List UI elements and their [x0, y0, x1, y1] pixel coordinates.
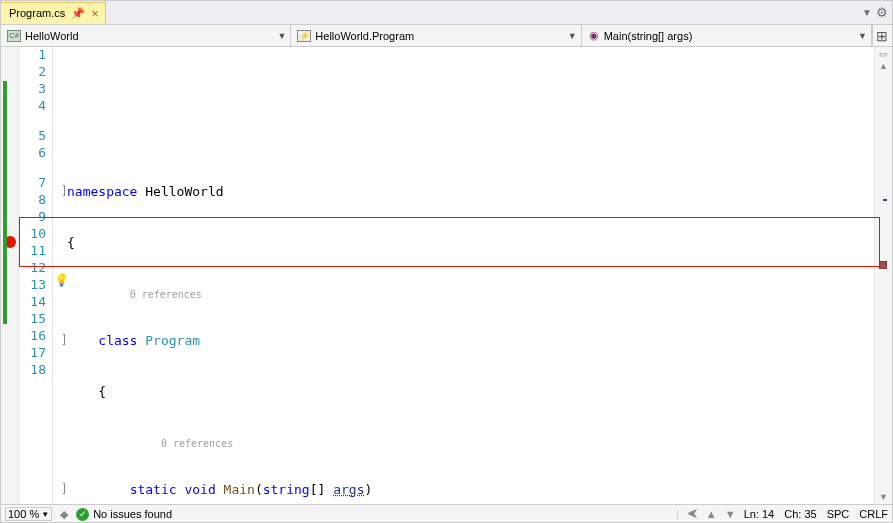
code-line — [63, 81, 874, 98]
nav-type-dropdown[interactable]: ⚡ HelloWorld.Program ▼ — [291, 25, 581, 46]
outline-collapse-icon[interactable]: − — [63, 185, 65, 196]
code-line: − static void Main(string[] args) — [63, 481, 874, 498]
zoom-selector[interactable]: 100 % ▼ — [5, 507, 52, 521]
nav-type-label: HelloWorld.Program — [315, 30, 414, 42]
nav-divider: | — [676, 508, 679, 520]
nav-down-icon[interactable]: ▼ — [725, 508, 736, 520]
nav-project-label: HelloWorld — [25, 30, 79, 42]
split-icon[interactable]: ▭ — [879, 49, 888, 59]
code-line: { — [63, 383, 874, 400]
status-line[interactable]: Ln: 14 — [744, 508, 775, 520]
change-marker — [3, 111, 7, 158]
line-number: 2 — [19, 64, 46, 81]
code-editor[interactable]: 1 2 3 4 5 6 7 8 9 10 11 12 13 14 15 16 1… — [1, 47, 892, 504]
split-editor-button[interactable]: ⊞ — [872, 25, 892, 46]
line-number: 7 — [19, 175, 46, 192]
line-number: 11 — [19, 243, 46, 260]
scroll-marker — [883, 199, 887, 201]
line-number: 16 — [19, 328, 46, 345]
nav-project-dropdown[interactable]: C# HelloWorld ▼ — [1, 25, 291, 46]
chevron-down-icon: ▼ — [568, 31, 577, 41]
line-number: 5 — [19, 128, 46, 145]
pin-icon[interactable]: 📌 — [71, 7, 85, 20]
outline-collapse-icon[interactable]: − — [63, 483, 65, 494]
code-line: − class Program — [63, 332, 874, 349]
nav-method-label: Main(string[] args) — [604, 30, 693, 42]
codelens-references[interactable]: 0 references — [161, 438, 233, 449]
method-icon: ◉ — [588, 30, 600, 42]
scroll-down-icon[interactable]: ▼ — [879, 492, 888, 502]
outline-collapse-icon[interactable]: − — [63, 334, 65, 345]
code-line — [63, 132, 874, 149]
marker-gutter: 💡 — [53, 47, 63, 504]
issues-label: No issues found — [93, 508, 172, 520]
code-line: 0 references — [63, 285, 874, 298]
tab-dropdown-icon[interactable]: ▼ — [862, 7, 872, 18]
status-spaces[interactable]: SPC — [827, 508, 850, 520]
close-icon[interactable]: × — [91, 6, 99, 21]
status-lineending[interactable]: CRLF — [859, 508, 888, 520]
change-marker — [3, 158, 7, 290]
line-number: 10 — [19, 226, 46, 243]
line-number: 14 — [19, 294, 46, 311]
line-number: 13 — [19, 277, 46, 294]
gear-icon[interactable]: ⚙ — [876, 5, 888, 20]
tab-bar: Program.cs 📌 × ▼ ⚙ — [1, 1, 892, 25]
line-number: 9 — [19, 209, 46, 226]
change-marker — [3, 81, 7, 111]
scroll-breakpoint-marker — [879, 261, 887, 269]
nav-method-dropdown[interactable]: ◉ Main(string[] args) ▼ — [582, 25, 872, 46]
codelens-references[interactable]: 0 references — [130, 289, 202, 300]
code-line: 0 references — [63, 434, 874, 447]
line-number: 12 — [19, 260, 46, 277]
check-icon: ✓ — [76, 508, 89, 521]
scroll-up-icon[interactable]: ▲ — [879, 61, 888, 71]
line-number: 3 — [19, 81, 46, 98]
error-nav-icon[interactable]: ⮜ — [687, 508, 698, 520]
line-number: 1 — [19, 47, 46, 64]
code-line: −namespace HelloWorld — [63, 183, 874, 200]
code-line: { — [63, 234, 874, 251]
zoom-indicator-icon[interactable]: ◆ — [60, 508, 68, 521]
status-bar: 100 % ▼ ◆ ✓ No issues found | ⮜ ▲ ▼ Ln: … — [1, 504, 892, 523]
issues-panel[interactable]: ✓ No issues found — [76, 508, 668, 521]
line-number: 6 — [19, 145, 46, 162]
navigation-bar: C# HelloWorld ▼ ⚡ HelloWorld.Program ▼ ◉… — [1, 25, 892, 47]
csharp-project-icon: C# — [7, 30, 21, 42]
file-tab[interactable]: Program.cs 📌 × — [1, 2, 106, 24]
nav-up-icon[interactable]: ▲ — [706, 508, 717, 520]
line-number: 15 — [19, 311, 46, 328]
code-area[interactable]: −namespace HelloWorld { 0 references − c… — [63, 47, 874, 504]
status-char[interactable]: Ch: 35 — [784, 508, 816, 520]
line-number: 4 — [19, 98, 46, 115]
change-marker — [3, 290, 7, 324]
line-number-gutter: 1 2 3 4 5 6 7 8 9 10 11 12 13 14 15 16 1… — [19, 47, 53, 504]
line-number: 18 — [19, 362, 46, 379]
chevron-down-icon: ▼ — [858, 31, 867, 41]
scroll-bar[interactable]: ▭ ▲ ▼ — [874, 47, 892, 504]
class-icon: ⚡ — [297, 30, 311, 42]
line-number: 17 — [19, 345, 46, 362]
tab-filename: Program.cs — [9, 7, 65, 19]
chevron-down-icon: ▼ — [277, 31, 286, 41]
line-number: 8 — [19, 192, 46, 209]
